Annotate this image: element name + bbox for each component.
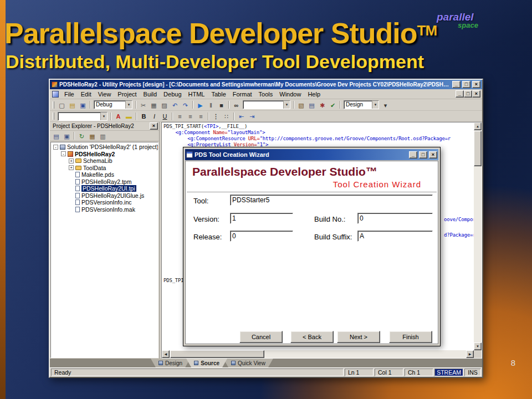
project-tree[interactable]: -Solution 'PDSHelloRay2' (1 project)-PDS…	[50, 142, 158, 358]
open-folder-icon[interactable]: ▤	[67, 100, 78, 110]
view-mode-combo[interactable]: Design▼	[344, 100, 379, 109]
finish-button[interactable]: Finish	[389, 331, 432, 343]
menu-view[interactable]: View	[95, 90, 115, 98]
build-no-input[interactable]	[357, 213, 433, 224]
find-combo[interactable]: ▼	[243, 100, 290, 109]
solution-config-combo[interactable]: Debug▼	[94, 100, 132, 109]
scroll-up-icon[interactable]: ▲	[474, 122, 482, 130]
paste-icon[interactable]: ▨	[159, 100, 170, 110]
window-minimize-button[interactable]: _	[452, 81, 461, 88]
next-button[interactable]: Next >	[337, 331, 380, 343]
properties-window-icon[interactable]: ▤	[306, 100, 317, 110]
child-close-button[interactable]: ×	[472, 90, 480, 98]
tree-item-solution-pdshelloray2-1-project-[interactable]: -Solution 'PDSHelloRay2' (1 project)	[51, 144, 158, 151]
tree-item-pdsversioninfo-inc[interactable]: PDSVersionInfo.inc	[51, 199, 158, 206]
bold-icon[interactable]: B	[139, 111, 149, 121]
solution-explorer-icon[interactable]: ▧	[296, 100, 306, 110]
bulleted-list-icon[interactable]: ∷	[221, 111, 232, 121]
scroll-down-icon[interactable]: ▼	[474, 342, 482, 350]
scroll-left-icon[interactable]: ◀	[162, 350, 170, 358]
solution-config-combo-dropdown-arrow[interactable]: ▼	[125, 101, 132, 109]
menu-tools[interactable]: Tools	[255, 90, 277, 98]
view-mode-combo-dropdown-arrow[interactable]: ▼	[372, 101, 378, 109]
back-button[interactable]: < Back	[290, 331, 334, 343]
refresh-icon[interactable]: ↻	[76, 131, 87, 141]
horizontal-scroll-thumb[interactable]	[170, 350, 264, 358]
editor-vertical-scrollbar[interactable]: ▲ ▼	[474, 122, 482, 350]
outdent-icon[interactable]: ⇤	[236, 111, 247, 121]
dialog-close-button[interactable]: ×	[429, 151, 437, 158]
tree-item-schemalib[interactable]: +SchemaLib	[51, 157, 158, 165]
project-explorer-close-button[interactable]: ×	[150, 122, 158, 130]
redo-icon[interactable]: ↷	[180, 100, 191, 110]
align-right-icon[interactable]: ≡	[196, 111, 206, 121]
menu-table[interactable]: Table	[208, 90, 229, 98]
window-close-button[interactable]: ×	[472, 81, 480, 88]
tree-item-tooldata[interactable]: +ToolData	[51, 165, 158, 172]
project-explorer-header[interactable]: Project Explorer - PDSHelloRay2 ×	[50, 122, 159, 131]
align-left-icon[interactable]: ≡	[175, 111, 185, 121]
build-suffix-input[interactable]	[357, 231, 433, 242]
show-all-files-icon[interactable]: ▦	[87, 131, 98, 141]
toolbar-grip[interactable]	[53, 112, 54, 120]
copy-icon[interactable]: ▦	[149, 100, 159, 110]
underline-icon[interactable]: U	[160, 111, 170, 121]
tool-input[interactable]	[230, 195, 433, 206]
tree-expand-toggle[interactable]: +	[69, 158, 74, 163]
menu-file[interactable]: File	[61, 90, 78, 98]
tree-item-pdshelloray2ui-tpi[interactable]: PDSHelloRay2UI.tpi	[51, 185, 158, 192]
ide-titlebar[interactable]: PDSHelloRay2 - Utility Projects [design]…	[50, 80, 482, 89]
properties-icon[interactable]: ▥	[98, 131, 108, 141]
release-input[interactable]	[230, 231, 293, 242]
editor-horizontal-scrollbar[interactable]: ◀ ▶	[162, 350, 474, 358]
scroll-right-icon[interactable]: ▶	[466, 350, 474, 358]
tree-item-pdsversioninfo-mak[interactable]: PDSVersionInfo.mak	[51, 206, 158, 213]
block-format-combo[interactable]: ▼	[58, 112, 108, 121]
menu-project[interactable]: Project	[114, 90, 140, 98]
menu-window[interactable]: Window	[276, 90, 304, 98]
highlight-color-icon[interactable]: ▬	[124, 111, 134, 121]
dialog-maximize-button[interactable]: □	[419, 151, 427, 158]
tab-design[interactable]: Design	[151, 359, 190, 367]
menu-html[interactable]: HTML	[185, 90, 208, 98]
indent-icon[interactable]: ⇥	[247, 111, 257, 121]
align-center-icon[interactable]: ≡	[185, 111, 196, 121]
tree-expand-toggle[interactable]: +	[69, 165, 74, 170]
document-system-menu-icon[interactable]	[52, 91, 59, 98]
tree-item-pdshelloray2[interactable]: -PDSHelloRay2	[51, 151, 158, 158]
vertical-scroll-thumb[interactable]	[474, 131, 482, 166]
dialog-titlebar[interactable]: PDS Tool Creation Wizard _ □ ×	[185, 149, 438, 160]
check-icon[interactable]: ✔	[328, 100, 338, 110]
font-color-icon[interactable]: A	[113, 111, 124, 121]
child-minimize-button[interactable]: _	[456, 90, 464, 98]
menu-edit[interactable]: Edit	[78, 90, 95, 98]
menu-format[interactable]: Format	[229, 90, 255, 98]
scroll-track[interactable]	[264, 350, 466, 358]
child-restore-button[interactable]: □	[464, 90, 472, 98]
italic-icon[interactable]: I	[149, 111, 160, 121]
tree-expand-toggle[interactable]: -	[61, 151, 66, 156]
menu-build[interactable]: Build	[140, 90, 160, 98]
cut-icon[interactable]: ✂	[138, 100, 149, 110]
block-format-combo-dropdown-arrow[interactable]: ▼	[100, 112, 107, 120]
menu-help[interactable]: Help	[304, 90, 324, 98]
find-combo-dropdown-arrow[interactable]: ▼	[283, 101, 290, 109]
scroll-track[interactable]	[474, 166, 482, 342]
view-code-icon[interactable]: ▤	[51, 131, 62, 141]
numbered-list-icon[interactable]: ⋮	[211, 111, 221, 121]
version-input[interactable]	[230, 213, 293, 224]
undo-icon[interactable]: ↶	[170, 100, 180, 110]
new-file-icon[interactable]: ▢	[57, 100, 67, 110]
tab-source[interactable]: Source	[186, 359, 227, 367]
stop-icon[interactable]: ■	[216, 100, 227, 110]
start-debug-icon[interactable]: ▶	[195, 100, 206, 110]
save-icon[interactable]: ▣	[78, 100, 88, 110]
toolbox-icon[interactable]: ✱	[317, 100, 328, 110]
tree-item-pdshelloray2-tpm[interactable]: PDSHelloRay2.tpm	[51, 178, 158, 186]
find-binoculars-icon[interactable]: ∞	[231, 100, 242, 110]
tree-item-pdshelloray2uiglue-js[interactable]: PDSHelloRay2UIGlue.js	[51, 192, 158, 200]
more-tools-icon[interactable]: ▾	[380, 100, 391, 110]
tab-quick-view[interactable]: Quick View	[223, 359, 273, 367]
view-designer-icon[interactable]: ▣	[62, 131, 72, 141]
dialog-minimize-button[interactable]: _	[409, 151, 417, 158]
